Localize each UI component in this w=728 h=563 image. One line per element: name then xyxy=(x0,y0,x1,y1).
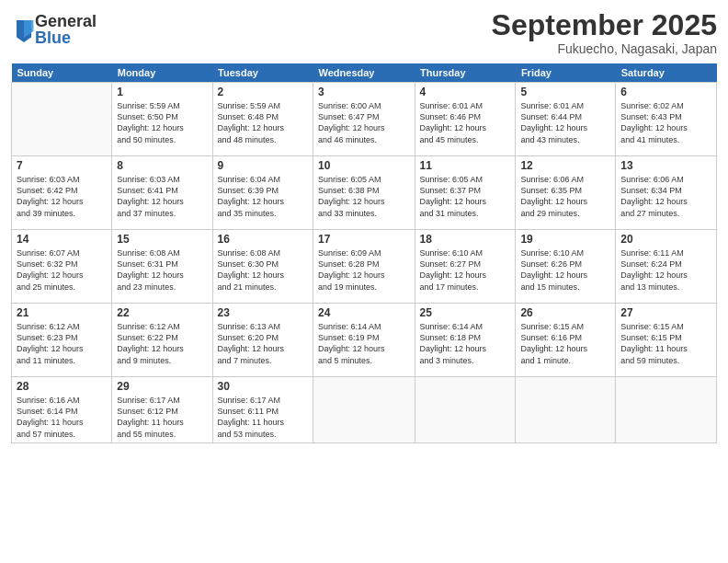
day-info: Sunrise: 6:09 AM Sunset: 6:28 PM Dayligh… xyxy=(318,247,410,293)
day-info: Sunrise: 6:02 AM Sunset: 6:43 PM Dayligh… xyxy=(620,100,711,145)
day-cell: 29Sunrise: 6:17 AM Sunset: 6:12 PM Dayli… xyxy=(112,377,212,443)
day-cell: 28Sunrise: 6:16 AM Sunset: 6:14 PM Dayli… xyxy=(12,377,112,443)
day-number: 12 xyxy=(520,159,610,172)
day-info: Sunrise: 6:15 AM Sunset: 6:15 PM Dayligh… xyxy=(620,321,711,366)
day-info: Sunrise: 6:14 AM Sunset: 6:19 PM Dayligh… xyxy=(318,321,410,366)
day-info: Sunrise: 6:01 AM Sunset: 6:46 PM Dayligh… xyxy=(420,100,511,145)
day-info: Sunrise: 6:12 AM Sunset: 6:23 PM Dayligh… xyxy=(17,321,107,366)
header-cell-tuesday: Tuesday xyxy=(212,63,313,83)
day-number: 29 xyxy=(117,380,207,393)
day-number: 13 xyxy=(620,159,711,172)
header-cell-friday: Friday xyxy=(516,63,616,83)
week-row-3: 14Sunrise: 6:07 AM Sunset: 6:32 PM Dayli… xyxy=(12,230,717,304)
day-cell: 2Sunrise: 5:59 AM Sunset: 6:48 PM Daylig… xyxy=(212,83,313,156)
header-cell-wednesday: Wednesday xyxy=(313,63,415,83)
week-row-2: 7Sunrise: 6:03 AM Sunset: 6:42 PM Daylig… xyxy=(12,156,717,230)
day-number: 10 xyxy=(318,159,410,172)
day-info: Sunrise: 6:12 AM Sunset: 6:22 PM Dayligh… xyxy=(117,321,207,366)
day-number: 21 xyxy=(17,306,107,319)
day-cell: 26Sunrise: 6:15 AM Sunset: 6:16 PM Dayli… xyxy=(516,304,616,377)
day-number: 25 xyxy=(420,306,511,319)
logo-general: General xyxy=(35,13,97,29)
day-number: 2 xyxy=(218,86,308,98)
day-cell: 16Sunrise: 6:08 AM Sunset: 6:30 PM Dayli… xyxy=(212,230,313,304)
day-info: Sunrise: 6:10 AM Sunset: 6:26 PM Dayligh… xyxy=(520,247,610,293)
day-cell: 21Sunrise: 6:12 AM Sunset: 6:23 PM Dayli… xyxy=(12,304,112,377)
day-number: 5 xyxy=(520,86,610,98)
day-cell: 19Sunrise: 6:10 AM Sunset: 6:26 PM Dayli… xyxy=(516,230,616,304)
day-info: Sunrise: 6:17 AM Sunset: 6:11 PM Dayligh… xyxy=(218,395,308,440)
logo-icon xyxy=(13,17,35,42)
day-cell: 1Sunrise: 5:59 AM Sunset: 6:50 PM Daylig… xyxy=(112,83,212,156)
day-info: Sunrise: 6:10 AM Sunset: 6:27 PM Dayligh… xyxy=(420,247,511,293)
day-cell: 13Sunrise: 6:06 AM Sunset: 6:34 PM Dayli… xyxy=(616,156,717,230)
day-info: Sunrise: 6:01 AM Sunset: 6:44 PM Dayligh… xyxy=(520,100,610,145)
day-cell: 8Sunrise: 6:03 AM Sunset: 6:41 PM Daylig… xyxy=(112,156,212,230)
day-info: Sunrise: 6:06 AM Sunset: 6:35 PM Dayligh… xyxy=(520,174,610,219)
day-info: Sunrise: 5:59 AM Sunset: 6:48 PM Dayligh… xyxy=(218,100,308,145)
day-info: Sunrise: 6:17 AM Sunset: 6:12 PM Dayligh… xyxy=(117,395,207,440)
day-cell: 24Sunrise: 6:14 AM Sunset: 6:19 PM Dayli… xyxy=(313,304,415,377)
day-number: 18 xyxy=(420,233,511,246)
day-info: Sunrise: 6:04 AM Sunset: 6:39 PM Dayligh… xyxy=(218,174,308,219)
day-cell: 15Sunrise: 6:08 AM Sunset: 6:31 PM Dayli… xyxy=(112,230,212,304)
day-number: 26 xyxy=(520,306,610,319)
day-number: 6 xyxy=(620,86,711,98)
day-info: Sunrise: 6:08 AM Sunset: 6:30 PM Dayligh… xyxy=(218,247,308,293)
day-cell: 6Sunrise: 6:02 AM Sunset: 6:43 PM Daylig… xyxy=(616,83,717,156)
week-row-5: 28Sunrise: 6:16 AM Sunset: 6:14 PM Dayli… xyxy=(12,377,717,443)
day-info: Sunrise: 6:03 AM Sunset: 6:42 PM Dayligh… xyxy=(17,174,107,219)
day-number: 16 xyxy=(218,233,308,246)
day-number: 8 xyxy=(117,159,207,172)
day-number: 7 xyxy=(17,159,107,172)
day-cell: 25Sunrise: 6:14 AM Sunset: 6:18 PM Dayli… xyxy=(415,304,516,377)
day-info: Sunrise: 6:14 AM Sunset: 6:18 PM Dayligh… xyxy=(420,321,511,366)
day-number: 23 xyxy=(218,306,308,319)
day-cell: 22Sunrise: 6:12 AM Sunset: 6:22 PM Dayli… xyxy=(112,304,212,377)
day-cell: 20Sunrise: 6:11 AM Sunset: 6:24 PM Dayli… xyxy=(616,230,717,304)
header: General Blue September 2025 Fukuecho, Na… xyxy=(11,9,717,56)
header-row: SundayMondayTuesdayWednesdayThursdayFrid… xyxy=(12,63,717,83)
day-cell: 17Sunrise: 6:09 AM Sunset: 6:28 PM Dayli… xyxy=(313,230,415,304)
day-cell: 3Sunrise: 6:00 AM Sunset: 6:47 PM Daylig… xyxy=(313,83,415,156)
day-number: 28 xyxy=(17,380,107,393)
subtitle: Fukuecho, Nagasaki, Japan xyxy=(492,41,717,56)
day-number: 9 xyxy=(218,159,308,172)
day-cell xyxy=(516,377,616,443)
day-number: 19 xyxy=(520,233,610,246)
month-title: September 2025 xyxy=(492,9,717,41)
day-cell: 14Sunrise: 6:07 AM Sunset: 6:32 PM Dayli… xyxy=(12,230,112,304)
day-info: Sunrise: 6:05 AM Sunset: 6:38 PM Dayligh… xyxy=(318,174,410,219)
day-number: 22 xyxy=(117,306,207,319)
day-number: 27 xyxy=(620,306,711,319)
day-cell: 18Sunrise: 6:10 AM Sunset: 6:27 PM Dayli… xyxy=(415,230,516,304)
page-container: General Blue September 2025 Fukuecho, Na… xyxy=(0,0,728,563)
day-number: 14 xyxy=(17,233,107,246)
logo-blue: Blue xyxy=(35,29,97,46)
day-cell: 5Sunrise: 6:01 AM Sunset: 6:44 PM Daylig… xyxy=(516,83,616,156)
day-cell: 12Sunrise: 6:06 AM Sunset: 6:35 PM Dayli… xyxy=(516,156,616,230)
calendar-table: SundayMondayTuesdayWednesdayThursdayFrid… xyxy=(11,63,717,443)
title-block: September 2025 Fukuecho, Nagasaki, Japan xyxy=(492,9,717,56)
day-cell xyxy=(616,377,717,443)
day-info: Sunrise: 6:00 AM Sunset: 6:47 PM Dayligh… xyxy=(318,100,410,145)
day-info: Sunrise: 6:03 AM Sunset: 6:41 PM Dayligh… xyxy=(117,174,207,219)
day-cell xyxy=(415,377,516,443)
calendar-body: 1Sunrise: 5:59 AM Sunset: 6:50 PM Daylig… xyxy=(12,83,717,443)
day-cell: 10Sunrise: 6:05 AM Sunset: 6:38 PM Dayli… xyxy=(313,156,415,230)
week-row-1: 1Sunrise: 5:59 AM Sunset: 6:50 PM Daylig… xyxy=(12,83,717,156)
day-cell xyxy=(313,377,415,443)
day-number: 17 xyxy=(318,233,410,246)
day-number: 20 xyxy=(620,233,711,246)
day-number: 15 xyxy=(117,233,207,246)
day-cell: 23Sunrise: 6:13 AM Sunset: 6:20 PM Dayli… xyxy=(212,304,313,377)
day-info: Sunrise: 6:15 AM Sunset: 6:16 PM Dayligh… xyxy=(520,321,610,366)
day-cell: 30Sunrise: 6:17 AM Sunset: 6:11 PM Dayli… xyxy=(212,377,313,443)
day-cell xyxy=(12,83,112,156)
day-info: Sunrise: 6:13 AM Sunset: 6:20 PM Dayligh… xyxy=(218,321,308,366)
day-cell: 4Sunrise: 6:01 AM Sunset: 6:46 PM Daylig… xyxy=(415,83,516,156)
day-cell: 7Sunrise: 6:03 AM Sunset: 6:42 PM Daylig… xyxy=(12,156,112,230)
logo: General Blue xyxy=(11,13,97,46)
day-cell: 11Sunrise: 6:05 AM Sunset: 6:37 PM Dayli… xyxy=(415,156,516,230)
day-cell: 27Sunrise: 6:15 AM Sunset: 6:15 PM Dayli… xyxy=(616,304,717,377)
